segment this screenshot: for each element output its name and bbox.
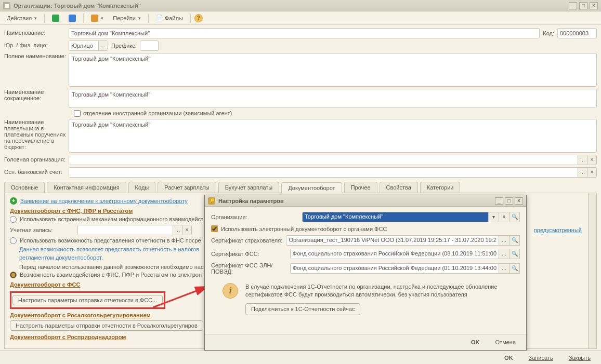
minimize-button[interactable]: _ (569, 2, 577, 9)
modal-minimize[interactable]: _ (495, 197, 503, 205)
bank-select-btn[interactable]: … (578, 168, 587, 177)
modal-close[interactable]: × (515, 197, 523, 205)
modal-cert3-search[interactable]: 🔍 (509, 263, 520, 274)
extra-link[interactable]: предусмотренный (534, 227, 582, 233)
radio-electronic[interactable] (10, 272, 17, 278)
modal-titlebar: 🔑 Настройка параметров _ □ × (205, 195, 526, 207)
modal-edo-checkbox[interactable] (211, 225, 218, 232)
goto-menu[interactable]: Перейти (109, 14, 145, 23)
files-label: Файлы (165, 15, 183, 21)
fullname-label: Полное наименование: (4, 53, 69, 59)
modal-cert2-search[interactable]: 🔍 (509, 249, 520, 259)
code-field[interactable] (557, 28, 597, 38)
modal-cert1-search[interactable]: 🔍 (509, 235, 520, 246)
modal-cert2-field[interactable]: Фонд социального страхования Российской … (290, 249, 499, 259)
tabstrip: Основные Контактная информация Коды Расч… (4, 182, 597, 193)
modal-org-field[interactable]: Торговый дом "Комплексный" (302, 212, 489, 222)
parent-label: Головная организация: (4, 155, 69, 163)
shortname-field[interactable] (69, 89, 597, 108)
modal-cert3-field[interactable]: Фонд социального страхования Российской … (290, 263, 499, 274)
toolbar-refresh-button[interactable] (65, 13, 80, 23)
foreign-checkbox[interactable] (74, 110, 81, 117)
radio-external-label: Использовать возможность представления о… (20, 237, 201, 244)
tab-contacts[interactable]: Контактная информация (47, 182, 126, 193)
account-clear-btn[interactable]: × (182, 225, 191, 235)
name-label: Наименование: (4, 28, 69, 36)
modal-footer: OK Отмена (205, 334, 526, 350)
bank-input[interactable] (69, 168, 578, 177)
configure-fss-button[interactable]: Настроить параметры отправки отчетности … (12, 295, 163, 305)
tab-docflow[interactable]: Документооборот (281, 182, 342, 193)
configure-alc-button[interactable]: Настроить параметры отправки отчетности … (10, 320, 203, 331)
actions-menu[interactable]: Действия (3, 14, 41, 23)
help-icon[interactable]: ? (194, 14, 203, 22)
modal-org-clear[interactable]: × (499, 212, 509, 222)
legal-dropdown[interactable]: … (69, 41, 108, 51)
footer-save-button[interactable]: Записать (524, 353, 558, 362)
toolbar-clip-button[interactable] (87, 13, 107, 23)
modal-cert1-field[interactable]: Организация_тест_190716 ViPNet ООО (31.0… (286, 235, 499, 246)
tab-cat[interactable]: Категории (420, 182, 461, 193)
modal-cert2-label: Сертификат ФСС: (211, 251, 290, 257)
app-link[interactable]: Заявление на подключение к электронному … (20, 198, 188, 204)
app-icon: ▦ (3, 2, 10, 9)
close-button[interactable]: × (590, 2, 598, 9)
prefix-label: Префикс: (111, 43, 137, 49)
bank-clear-btn[interactable]: × (587, 168, 596, 177)
tab-salary[interactable]: Расчет зарплаты (158, 182, 216, 193)
bank-field[interactable]: … × (69, 167, 597, 178)
modal-ok-button[interactable]: OK (466, 338, 485, 347)
account-select-btn[interactable]: … (173, 225, 182, 235)
restore-button[interactable]: □ (579, 2, 587, 9)
payer-label: Наименование плательщика в платежных пор… (4, 119, 69, 150)
modal-cancel-button[interactable]: Отмена (490, 338, 521, 347)
modal-cert3-label: Сертификат ФСС ЭЛН/ПОВЭД: (211, 262, 290, 275)
radio-external[interactable] (10, 237, 17, 244)
main-footer: OK Записать Закрыть (0, 350, 601, 364)
modal-title-text: Настройка параметров (218, 198, 284, 204)
modal-info-text: В случае подключения 1С-Отчетности по ор… (245, 283, 518, 299)
modal-cert1-select[interactable]: … (499, 235, 509, 246)
modal-cert3-select[interactable]: … (499, 263, 509, 274)
radio-builtin[interactable] (10, 216, 17, 223)
scrollbar[interactable] (588, 193, 596, 348)
window-titlebar: ▦ Организации: Торговый дом "Комплексный… (0, 0, 601, 11)
parent-field[interactable]: … × (69, 155, 597, 165)
account-field[interactable]: … × (77, 225, 192, 235)
tab-main[interactable]: Основные (4, 182, 45, 193)
form-area: Наименование: Код: Юр. / физ. лицо: … Пр… (0, 25, 601, 178)
legal-dropdown-btn[interactable]: … (98, 41, 108, 50)
prefix-field[interactable] (140, 41, 159, 51)
parent-clear-btn[interactable]: × (587, 155, 596, 165)
account-input[interactable] (78, 225, 173, 235)
footer-close-button[interactable]: Закрыть (564, 353, 596, 362)
payer-field[interactable] (69, 119, 597, 153)
fullname-field[interactable] (69, 53, 597, 87)
window-title: Организации: Торговый дом "Комплексный" (14, 3, 141, 9)
legal-value[interactable] (69, 41, 98, 50)
tab-codes[interactable]: Коды (128, 182, 156, 193)
modal-org-dd[interactable]: ▾ (489, 212, 499, 222)
toolbar-add-button[interactable] (48, 13, 63, 23)
modal-cert2-select[interactable]: … (499, 249, 509, 259)
modal-org-search[interactable]: 🔍 (509, 212, 520, 222)
parent-select-btn[interactable]: … (578, 155, 587, 165)
modal-org-label: Организация: (211, 214, 302, 220)
tab-salary-acc[interactable]: Бухучет зарплаты (218, 182, 280, 193)
tab-props[interactable]: Свойства (380, 182, 418, 193)
connect-1c-button[interactable]: Подключиться к 1С-Отчетности сейчас (245, 303, 360, 315)
bank-label: Осн. банковский счет: (4, 167, 69, 175)
name-field[interactable] (69, 28, 540, 38)
legal-label: Юр. / физ. лицо: (4, 41, 69, 48)
highlight-box: Настроить параметры отправки отчетности … (10, 291, 165, 309)
footer-ok-button[interactable]: OK (499, 353, 518, 362)
parent-input[interactable] (69, 155, 578, 165)
tab-other[interactable]: Прочее (344, 182, 377, 193)
radio-builtin-label: Использовать встроенный механизм информа… (20, 216, 203, 222)
files-button[interactable]: 📄 Файлы (152, 13, 187, 23)
modal-restore[interactable]: □ (505, 197, 513, 205)
code-label: Код: (543, 30, 554, 36)
modal-cert1-label: Сертификат страхователя: (211, 237, 286, 244)
settings-modal: 🔑 Настройка параметров _ □ × Организация… (204, 195, 527, 350)
plus-icon: + (10, 197, 17, 205)
